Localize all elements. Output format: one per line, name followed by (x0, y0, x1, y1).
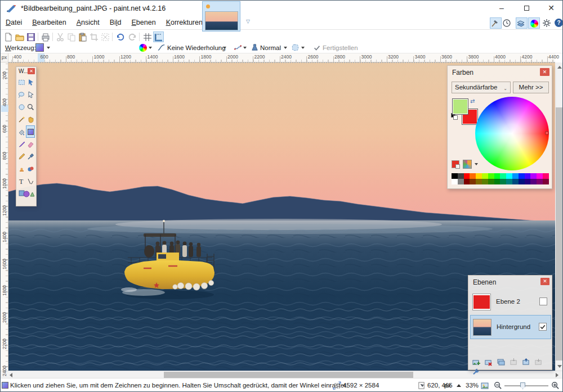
antialiasing-chevron[interactable] (243, 43, 247, 52)
palette-color-swatch[interactable] (494, 179, 501, 184)
swap-colors-icon[interactable]: ⇄ (470, 98, 475, 104)
tool-shapes[interactable] (17, 187, 36, 200)
palette-color-swatch[interactable] (488, 179, 494, 184)
open-button[interactable] (14, 31, 25, 42)
color-wheel[interactable] (475, 97, 549, 170)
help-button[interactable]: ? (555, 17, 563, 29)
tool-color-picker[interactable] (26, 150, 35, 163)
crop-to-selection-button[interactable] (88, 31, 99, 42)
deselect-button[interactable] (100, 31, 110, 42)
minimize-button[interactable]: – (489, 1, 514, 16)
repeat-mode-chevron[interactable] (223, 43, 226, 52)
palette-color-swatch[interactable] (525, 173, 531, 179)
tool-ellipse-select[interactable] (17, 101, 26, 113)
palette-color-swatch[interactable] (470, 179, 476, 184)
selection-quality-chevron[interactable] (301, 43, 305, 52)
vertical-scroll-thumb[interactable] (556, 107, 563, 361)
palette-color-swatch[interactable] (494, 173, 501, 179)
tools-window-close-button[interactable]: ✕ (28, 68, 35, 74)
tool-move-selection[interactable] (26, 88, 35, 101)
add-palette-color-icon[interactable] (452, 160, 459, 168)
cut-button[interactable] (55, 31, 65, 42)
new-button[interactable] (3, 31, 14, 42)
settings-button[interactable] (542, 17, 554, 29)
grid-toggle-button[interactable] (142, 31, 153, 42)
palette-color-swatch[interactable] (500, 179, 506, 184)
tool-paintbrush[interactable] (17, 138, 26, 150)
more-button[interactable]: Mehr >> (513, 82, 549, 93)
maximize-button[interactable] (514, 1, 539, 16)
color-mode-chevron[interactable] (149, 43, 152, 52)
blend-mode-value[interactable]: Normal (260, 43, 281, 52)
tool-gradient[interactable] (26, 125, 35, 138)
merge-layer-down-button[interactable] (508, 357, 519, 367)
colors-window-close-button[interactable]: ✕ (540, 68, 549, 76)
horizontal-scroll-thumb[interactable] (164, 372, 413, 378)
antialiasing-button[interactable] (234, 43, 242, 52)
menu-item-bearbeiten[interactable]: Bearbeiten (27, 16, 71, 30)
save-button[interactable] (25, 31, 36, 42)
selection-quality-button[interactable] (291, 43, 300, 52)
layer-row-ebene2[interactable]: Ebene 2 (470, 290, 551, 314)
scroll-up-icon[interactable] (557, 66, 562, 69)
tool-line-curve[interactable] (26, 175, 35, 187)
ruler-unit-box[interactable]: px (1, 53, 8, 62)
finish-button[interactable]: Fertigstellen (323, 43, 358, 52)
tool-clone-stamp[interactable] (17, 163, 26, 175)
blend-mode-chevron[interactable] (284, 43, 287, 52)
palette-color-swatch[interactable] (488, 173, 494, 179)
zoom-slider-thumb[interactable] (520, 382, 525, 389)
color-wheel-marker[interactable] (545, 131, 549, 135)
palette-color-swatch[interactable] (506, 179, 512, 184)
palette-color-swatch[interactable] (543, 173, 549, 179)
menu-item-bild[interactable]: Bild (105, 16, 127, 30)
layer-row-hintergrund[interactable]: Hintergrund (470, 315, 551, 339)
tool-rectangle-select[interactable] (17, 76, 26, 88)
menu-item-ebenen[interactable]: Ebenen (127, 16, 161, 30)
menu-item-korrekturen[interactable]: Korrekturen (161, 16, 208, 30)
tool-text[interactable]: T (17, 175, 26, 187)
palette-color-swatch[interactable] (464, 173, 470, 179)
tools-window-toggle-button[interactable] (490, 17, 502, 29)
color-mode-button[interactable] (139, 43, 147, 52)
delete-layer-button[interactable] (483, 357, 493, 367)
palette-color-swatch[interactable] (543, 179, 549, 184)
palette-color-swatch[interactable] (537, 179, 543, 184)
zoom-in-button[interactable] (551, 381, 560, 390)
tool-pan[interactable] (26, 113, 35, 125)
palette-color-swatch[interactable] (500, 173, 506, 179)
scroll-right-icon[interactable] (556, 373, 558, 377)
add-layer-button[interactable] (471, 357, 481, 367)
tool-paint-bucket[interactable] (17, 125, 26, 138)
tool-eraser[interactable] (26, 138, 35, 150)
active-tool-swatch[interactable] (35, 43, 44, 52)
palette-color-swatch[interactable] (452, 179, 458, 184)
color-target-dropdown[interactable]: Sekundärfarbe ⌄ (452, 82, 511, 93)
close-button[interactable]: ✕ (539, 1, 563, 16)
duplicate-layer-button[interactable] (496, 357, 506, 367)
palette-color-swatch[interactable] (530, 179, 537, 184)
colors-window-toggle-button[interactable] (528, 17, 540, 29)
zoom-to-window-button[interactable] (480, 381, 489, 390)
tool-dropdown-chevron[interactable] (47, 43, 50, 52)
palette-color-swatch[interactable] (476, 179, 482, 184)
image-tab[interactable] (202, 1, 240, 31)
menu-item-datei[interactable]: Datei (1, 16, 27, 30)
palette-manager-icon[interactable] (463, 160, 472, 169)
palette-color-swatch[interactable] (476, 173, 482, 179)
ruler-toggle-button[interactable] (153, 31, 164, 42)
scroll-down-icon[interactable] (557, 365, 562, 368)
palette-color-swatch[interactable] (458, 179, 464, 184)
palette-color-swatch[interactable] (512, 179, 519, 184)
menu-item-ansicht[interactable]: Ansicht (72, 16, 105, 30)
palette-color-swatch[interactable] (519, 173, 525, 179)
move-layer-down-button[interactable] (534, 357, 544, 367)
vertical-scrollbar[interactable] (555, 62, 563, 371)
history-window-toggle-button[interactable] (502, 17, 514, 29)
paste-button[interactable] (77, 31, 88, 42)
palette-color-swatch[interactable] (512, 173, 519, 179)
layer-properties-button[interactable] (471, 368, 481, 377)
tool-lasso-select[interactable] (17, 88, 26, 101)
layer-visibility-checkbox[interactable] (539, 323, 547, 331)
redo-button[interactable] (127, 31, 137, 42)
